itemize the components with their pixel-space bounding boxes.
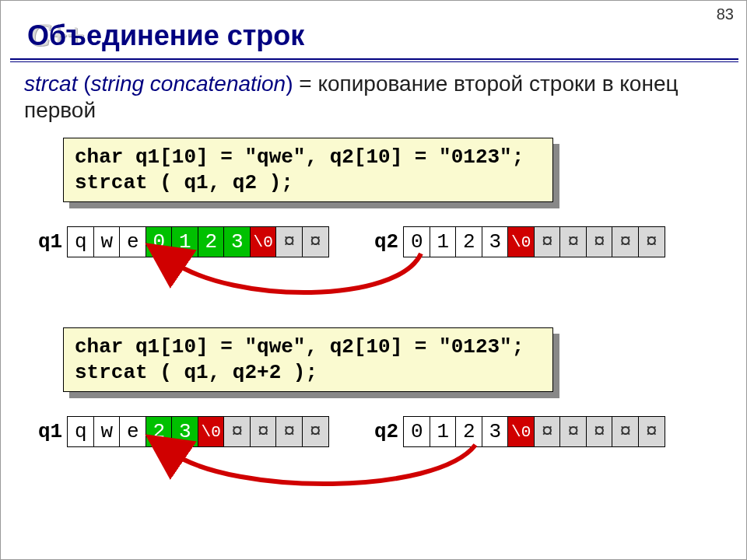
cell: 3	[482, 226, 509, 257]
cell: e	[119, 226, 146, 257]
subtitle-paren: (	[83, 72, 90, 96]
cell: ¤	[612, 416, 639, 447]
cell: 0	[403, 226, 430, 257]
cell: w	[93, 226, 121, 257]
divider	[10, 58, 738, 60]
code-block-2: char q1[10] = "qwe", q2[10] = "0123"; st…	[63, 327, 553, 392]
slide: 83 C++ Объединение строк strcat (string …	[0, 0, 747, 560]
cell: ¤	[586, 416, 613, 447]
cells: 0123\0¤¤¤¤¤	[403, 226, 665, 257]
subtitle-paren: )	[286, 72, 293, 96]
code-block-1: char q1[10] = "qwe", q2[10] = "0123"; st…	[63, 138, 553, 202]
cell: ¤	[559, 416, 587, 447]
cell: ¤	[275, 226, 303, 257]
code-text: char q1[10] = "qwe", q2[10] = "0123"; st…	[63, 138, 553, 202]
cell: ¤	[586, 226, 613, 257]
array-label: q1	[38, 420, 62, 443]
cell: 2	[198, 226, 225, 257]
cell: ¤	[275, 416, 303, 447]
function-name: strcat	[24, 72, 77, 96]
cell: 2	[455, 226, 482, 257]
cell: ¤	[612, 226, 639, 257]
cell: 1	[430, 416, 457, 447]
cell: 0	[146, 226, 173, 257]
cells: 0123\0¤¤¤¤¤	[403, 416, 665, 447]
cell: \0	[198, 416, 225, 447]
array-q2-example2: q2 0123\0¤¤¤¤¤	[374, 416, 665, 447]
array-q1-example1: q1 qwe0123\0¤¤	[38, 226, 329, 257]
slide-title: Объединение строк	[27, 19, 304, 52]
cell: ¤	[302, 416, 329, 447]
cell: ¤	[559, 226, 587, 257]
cell: 3	[482, 416, 509, 447]
array-label: q2	[374, 230, 398, 254]
array-q1-example2: q1 qwe23\0¤¤¤¤	[38, 416, 329, 447]
cells: qwe0123\0¤¤	[67, 226, 329, 257]
array-label: q1	[38, 230, 62, 254]
cell: \0	[507, 416, 535, 447]
code-text: char q1[10] = "qwe", q2[10] = "0123"; st…	[63, 327, 553, 392]
cell: 1	[430, 226, 457, 257]
cell: 0	[403, 416, 430, 447]
cells: qwe23\0¤¤¤¤	[67, 416, 329, 447]
cell: 2	[146, 416, 173, 447]
cell: ¤	[534, 226, 561, 257]
slide-subtitle: strcat (string concatenation) = копирова…	[24, 71, 709, 123]
divider	[10, 61, 738, 62]
cell: 1	[171, 226, 198, 257]
cell: \0	[250, 226, 277, 257]
cell: ¤	[638, 226, 665, 257]
cell: ¤	[534, 416, 561, 447]
cell: w	[93, 416, 121, 447]
cell: q	[67, 416, 94, 447]
function-desc: string concatenation	[91, 72, 286, 96]
cell: ¤	[302, 226, 329, 257]
cell: e	[119, 416, 146, 447]
cell: 3	[171, 416, 198, 447]
page-number: 83	[717, 5, 734, 23]
cell: 2	[455, 416, 482, 447]
cell: \0	[507, 226, 535, 257]
array-q2-example1: q2 0123\0¤¤¤¤¤	[374, 226, 665, 257]
cell: ¤	[223, 416, 251, 447]
cell: ¤	[638, 416, 665, 447]
array-label: q2	[374, 420, 398, 443]
cell: ¤	[250, 416, 277, 447]
cell: q	[67, 226, 94, 257]
cell: 3	[223, 226, 251, 257]
